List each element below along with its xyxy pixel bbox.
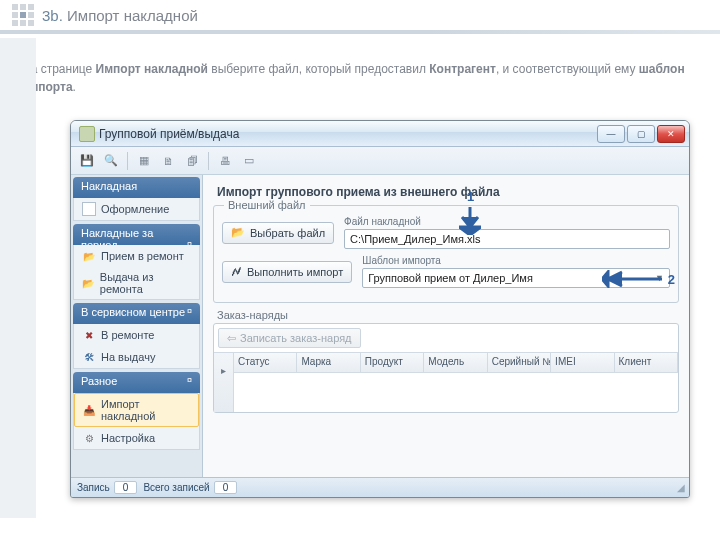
sidebar-head-service[interactable]: В сервисном центре xyxy=(73,303,200,324)
app-icon xyxy=(79,126,95,142)
slide-title: 3b. Импорт накладной xyxy=(42,7,198,24)
template-select[interactable]: Групповой прием от Дилер_Имя▼ xyxy=(362,268,670,288)
template-label: Шаблон импорта xyxy=(362,255,670,266)
sidebar-item-navydachu[interactable]: 🛠На выдачу xyxy=(74,346,199,368)
toolbar-print-icon[interactable]: 🖶 xyxy=(215,151,235,171)
status-total-value: 0 xyxy=(214,481,238,494)
window-title: Групповой приём/выдача xyxy=(99,127,595,141)
sidebar-group-misc: 📥Импорт накладной ⚙Настройка xyxy=(73,393,200,450)
page-title: Импорт группового приема из внешнего фай… xyxy=(217,185,679,199)
col-status[interactable]: Статус xyxy=(234,353,297,373)
maximize-button[interactable]: ▢ xyxy=(627,125,655,143)
sidebar-item-oformlenie[interactable]: Оформление xyxy=(74,198,199,220)
col-serial[interactable]: Серийный № xyxy=(488,353,551,373)
col-client[interactable]: Клиент xyxy=(615,353,678,373)
sidebar-item-label: Импорт накладной xyxy=(101,398,190,422)
left-arrow-icon: ⇦ xyxy=(227,332,236,345)
folder-icon: 📂 xyxy=(82,276,95,290)
sidebar: Накладная Оформление Накладные за период… xyxy=(71,175,203,477)
slide-step-text: Импорт накладной xyxy=(67,7,198,24)
file-path-input[interactable] xyxy=(344,229,670,249)
folder-import-icon: 📥 xyxy=(83,403,96,417)
sidebar-item-settings[interactable]: ⚙Настройка xyxy=(74,427,199,449)
orders-panel: ⇦Записать заказ-наряд ▸ Статус Марка Про… xyxy=(213,323,679,413)
toolbar-page-icon[interactable]: ▭ xyxy=(239,151,259,171)
toolbar: 💾 🔍 ▦ 🗎 🗐 🖶 ▭ xyxy=(71,147,689,175)
write-order-button: ⇦Записать заказ-наряд xyxy=(218,328,361,348)
sheet-icon xyxy=(82,202,96,216)
orders-grid[interactable]: ▸ Статус Марка Продукт Модель Серийный №… xyxy=(214,352,678,412)
sidebar-item-label: Настройка xyxy=(101,432,155,444)
status-total-label: Всего записей xyxy=(143,482,209,493)
minimize-button[interactable]: — xyxy=(597,125,625,143)
pick-file-button[interactable]: 📂Выбрать файл xyxy=(222,222,334,244)
resize-grip-icon[interactable]: ◢ xyxy=(677,482,683,493)
sidebar-group-service: ✖В ремонте 🛠На выдачу xyxy=(73,324,200,369)
toolbar-copy-icon[interactable]: 🗐 xyxy=(182,151,202,171)
toolbar-search-icon[interactable]: 🔍 xyxy=(101,151,121,171)
status-record-value: 0 xyxy=(114,481,138,494)
logo-squares-icon xyxy=(12,4,34,26)
toolbar-doc-icon[interactable]: 🗎 xyxy=(158,151,178,171)
toolbar-separator xyxy=(127,152,128,170)
slide-header-bar xyxy=(0,30,720,34)
slide-accent-left xyxy=(0,38,36,518)
toolbar-save-icon[interactable]: 💾 xyxy=(77,151,97,171)
toolbar-separator xyxy=(208,152,209,170)
slide-header: 3b. Импорт накладной xyxy=(0,0,720,30)
instr-b2: Контрагент xyxy=(429,62,496,76)
sidebar-item-vydacha[interactable]: 📂Выдача из ремонта xyxy=(74,267,199,299)
slide-step-prefix: 3b. xyxy=(42,7,67,24)
instruction-text: На странице Импорт накладной выберите фа… xyxy=(0,40,720,106)
status-bar: Запись 0 Всего записей 0 ◢ xyxy=(71,477,689,497)
sidebar-item-label: Оформление xyxy=(101,203,169,215)
select-value: Групповой прием от Дилер_Имя xyxy=(368,272,533,284)
tools-icon: 🛠 xyxy=(82,350,96,364)
sidebar-item-vremonte[interactable]: ✖В ремонте xyxy=(74,324,199,346)
instr-mid2: , и соответствующий ему xyxy=(496,62,639,76)
run-import-button[interactable]: 🗲Выполнить импорт xyxy=(222,261,352,283)
sidebar-group-invoice: Оформление xyxy=(73,198,200,221)
file-label: Файл накладной xyxy=(344,216,670,227)
app-window: Групповой приём/выдача — ▢ ✕ 💾 🔍 ▦ 🗎 🗐 🖶… xyxy=(70,120,690,498)
wrench-icon: ✖ xyxy=(82,328,96,342)
window-body: Накладная Оформление Накладные за период… xyxy=(71,175,689,477)
col-product[interactable]: Продукт xyxy=(361,353,424,373)
button-label: Записать заказ-наряд xyxy=(240,332,352,344)
sidebar-item-import[interactable]: 📥Импорт накладной xyxy=(74,393,199,427)
sidebar-item-label: На выдачу xyxy=(101,351,155,363)
instr-post: . xyxy=(73,80,76,94)
col-model[interactable]: Модель xyxy=(424,353,487,373)
grid-row-selector[interactable]: ▸ xyxy=(214,353,234,412)
col-imei[interactable]: IMEI xyxy=(551,353,614,373)
sidebar-head-period[interactable]: Накладные за период xyxy=(73,224,200,245)
close-button[interactable]: ✕ xyxy=(657,125,685,143)
window-titlebar[interactable]: Групповой приём/выдача — ▢ ✕ xyxy=(71,121,689,147)
folder-icon: 📂 xyxy=(82,249,96,263)
fieldset-label: Внешний файл xyxy=(224,199,310,211)
sidebar-group-period: 📂Прием в ремонт 📂Выдача из ремонта xyxy=(73,245,200,300)
toolbar-grid-icon[interactable]: ▦ xyxy=(134,151,154,171)
status-record-label: Запись xyxy=(77,482,110,493)
open-folder-icon: 📂 xyxy=(231,226,245,239)
chevron-down-icon: ▼ xyxy=(655,273,664,283)
sidebar-head-invoice[interactable]: Накладная xyxy=(73,177,200,198)
sidebar-item-priem[interactable]: 📂Прием в ремонт xyxy=(74,245,199,267)
run-icon: 🗲 xyxy=(231,266,242,278)
button-label: Выполнить импорт xyxy=(247,266,343,278)
main-panel: Импорт группового приема из внешнего фай… xyxy=(203,175,689,477)
sidebar-item-label: Выдача из ремонта xyxy=(100,271,191,295)
col-marka[interactable]: Марка xyxy=(297,353,360,373)
sidebar-head-misc[interactable]: Разное xyxy=(73,372,200,393)
instr-mid: выберите файл, который предоставил xyxy=(208,62,429,76)
fieldset-external-file: Внешний файл 📂Выбрать файл Файл накладно… xyxy=(213,205,679,303)
sidebar-item-label: Прием в ремонт xyxy=(101,250,184,262)
button-label: Выбрать файл xyxy=(250,227,325,239)
instr-b1: Импорт накладной xyxy=(96,62,208,76)
sidebar-item-label: В ремонте xyxy=(101,329,154,341)
orders-label: Заказ-наряды xyxy=(217,309,679,321)
gear-icon: ⚙ xyxy=(82,431,96,445)
